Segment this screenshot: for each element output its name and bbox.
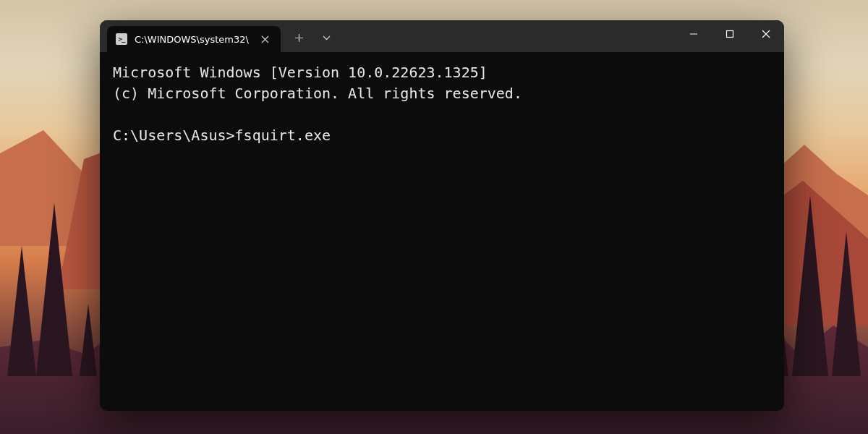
tab-title: C:\WINDOWS\system32\ [135,34,250,45]
version-line: Microsoft Windows [Version 10.0.22623.13… [113,64,488,81]
terminal-output[interactable]: Microsoft Windows [Version 10.0.22623.13… [100,52,784,411]
copyright-line: (c) Microsoft Corporation. All rights re… [113,85,522,102]
new-tab-button[interactable] [286,26,311,51]
tab-dropdown-button[interactable] [314,26,339,51]
svg-rect-0 [727,31,733,38]
titlebar[interactable]: C:\WINDOWS\system32\ [100,20,784,52]
prompt: C:\Users\Asus> [113,127,235,144]
maximize-button[interactable] [712,20,748,48]
command-prompt-icon [116,33,127,45]
minimize-button[interactable] [676,20,712,48]
close-window-button[interactable] [748,20,784,48]
terminal-window: C:\WINDOWS\system32\ Micros [100,20,784,411]
tab-active[interactable]: C:\WINDOWS\system32\ [107,26,281,52]
command-input[interactable]: fsquirt.exe [235,127,331,144]
close-tab-button[interactable] [258,32,272,46]
